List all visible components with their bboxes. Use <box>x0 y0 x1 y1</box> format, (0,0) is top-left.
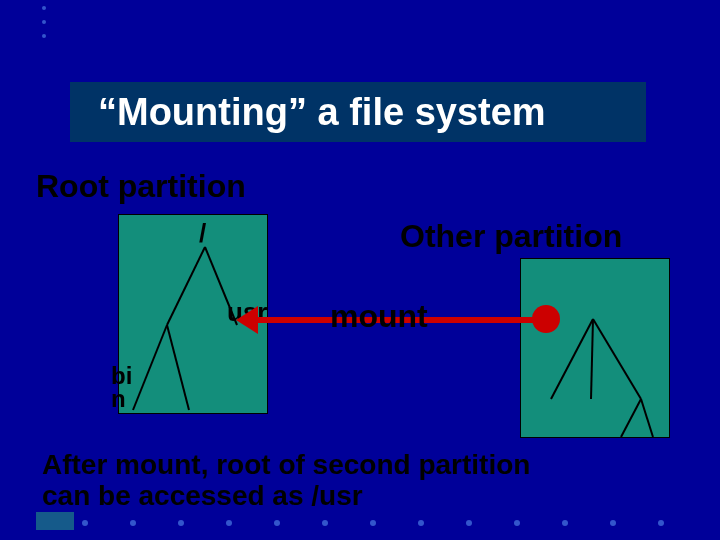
decorative-dots-top <box>42 6 46 48</box>
svg-line-6 <box>591 319 593 399</box>
svg-line-8 <box>641 399 653 437</box>
svg-line-4 <box>551 319 593 399</box>
page-title: “Mounting” a file system <box>70 82 646 142</box>
decorative-dots-bottom <box>82 520 664 526</box>
tree-other-partition <box>520 258 670 438</box>
svg-line-5 <box>593 319 641 399</box>
mount-arrow-head <box>236 306 258 334</box>
label-other-partition: Other partition <box>400 218 622 255</box>
label-root-partition: Root partition <box>36 168 246 205</box>
svg-line-3 <box>167 325 189 410</box>
footer-explanation: After mount, root of second partition ca… <box>42 450 530 512</box>
mount-arrow-origin-dot <box>532 305 560 333</box>
tree-lines-right <box>521 259 671 439</box>
node-root: / <box>199 218 206 249</box>
node-bin: bi n <box>111 365 132 411</box>
svg-line-2 <box>133 325 167 410</box>
label-mount: mount <box>330 298 428 335</box>
decorative-bar <box>36 512 74 530</box>
svg-line-0 <box>167 247 205 325</box>
svg-line-7 <box>621 399 641 437</box>
